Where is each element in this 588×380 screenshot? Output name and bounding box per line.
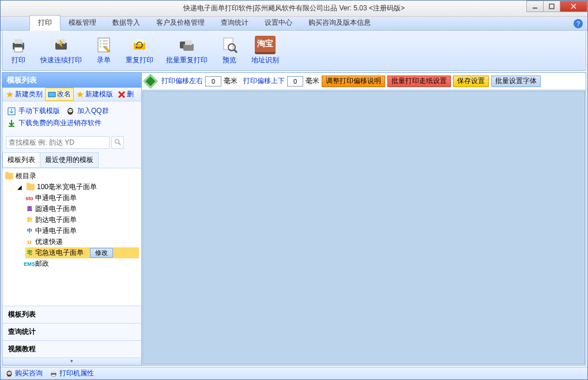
svg-line-24 [234,50,237,52]
tab-query-stats[interactable]: 查询统计 [213,16,257,30]
printer-icon [50,370,58,377]
tree-item[interactable]: sto申通电子面单 [25,193,139,204]
search-input[interactable] [6,136,110,149]
sidebar-toolbar: 新建类别 改名 新建模版 删 [2,88,141,101]
ribbon-batch-reprint[interactable]: 批量重复打印 [164,35,210,66]
help-icon[interactable]: ? [574,19,583,28]
rename-button[interactable]: 改名 [45,88,74,101]
courier-icon: 中 [25,228,33,235]
join-qq-link[interactable]: 加入QQ群 [66,105,109,117]
tab-purchase[interactable]: 购买咨询及版本信息 [300,16,379,30]
tree-item[interactable]: EMS邮政 [25,258,139,269]
tree-item[interactable]: 中中通电子面单 [25,225,139,236]
tab-data-import[interactable]: 数据导入 [104,16,148,30]
collapse-icon: ◢ [15,183,24,191]
tree-item-label: 中通电子面单 [35,226,77,236]
ribbon-fast-print[interactable]: 快速连续打印 [38,35,84,66]
tree-item-label: 申通电子面单 [35,193,77,203]
ribbon-print[interactable]: 打印 [7,35,30,66]
ribbon-entry[interactable]: 录单 [92,35,115,66]
offset-h-label: 打印偏移左右 [161,76,203,86]
offset-h-input[interactable] [205,76,221,86]
preview-canvas[interactable] [142,91,585,364]
printer-batch-icon [178,36,196,54]
nav-query[interactable]: 查询统计 [2,323,141,341]
courier-icon: 韵 [25,217,33,224]
subtab-recent[interactable]: 最近使用的模板 [40,152,99,168]
status-purchase-link[interactable]: 购买咨询 [5,368,43,378]
window-controls [527,1,587,12]
tab-print[interactable]: 打印 [29,15,61,31]
mm-label: 毫米 [306,76,319,86]
tree-item[interactable]: U优速快递 [25,236,139,247]
svg-rect-21 [185,40,192,45]
tab-template-manage[interactable]: 模板管理 [61,16,104,30]
ribbon-label: 录单 [97,55,111,65]
nav-video[interactable]: 视频教程 [2,341,141,358]
courier-icon: 圆 [25,206,33,213]
content-toolbar: 打印偏移左右 毫米 打印偏移上下 毫米 调整打印偏移说明 批量打印走纸设置 保存… [142,73,586,90]
svg-point-37 [115,139,119,143]
svg-marker-27 [77,91,84,97]
tree-item[interactable]: 圆圆通电子面单 [25,204,139,215]
sidebar-nav: 模板列表 查询统计 视频教程 ▾ [2,306,141,365]
svg-line-38 [119,143,120,145]
svg-point-42 [10,372,10,373]
sidebar: 模板列表 新建类别 改名 新建模版 删 手动下载模版 加入QQ群 下载免费的商业… [2,72,142,366]
preview-icon [220,36,239,54]
ribbon-address-recognize[interactable]: 淘宝 地址识别 [249,35,281,66]
download-erp-link[interactable]: 下载免费的商业进销存软件 [7,117,137,129]
tab-customer-price[interactable]: 客户及价格管理 [148,16,213,30]
svg-point-7 [22,44,24,46]
ribbon-label: 批量重复打印 [166,55,208,65]
printer-fast-icon [52,36,70,54]
tree-group[interactable]: ◢100毫米宽电子面单 [15,182,139,193]
tree-item[interactable]: 宅宅急送电子面单修改 [25,247,139,258]
save-settings-button[interactable]: 保存设置 [453,76,489,87]
arrow-down-icon [7,119,16,128]
offset-help-button[interactable]: 调整打印偏移说明 [322,76,385,87]
folder-icon [5,172,14,180]
tab-settings[interactable]: 设置中心 [257,16,300,30]
courier-icon: U [25,239,33,246]
batch-paper-button[interactable]: 批量打印走纸设置 [387,76,451,87]
ribbon-toolbar: 打印 快速连续打印 录单 重复打印 批量重复打印 预览 淘宝 地址识别 [2,31,586,71]
ribbon-reprint[interactable]: 重复打印 [123,35,156,66]
batch-font-button[interactable]: 批量设置字体 [491,76,541,87]
offset-v-label: 打印偏移上下 [243,76,285,86]
svg-rect-26 [48,92,55,97]
svg-rect-18 [135,39,144,44]
delete-button[interactable]: 删 [115,88,136,100]
content-area: 打印偏移左右 毫米 打印偏移上下 毫米 调整打印偏移说明 批量打印走纸设置 保存… [142,72,586,366]
close-button[interactable] [560,1,587,12]
download-icon [7,107,16,116]
tree-item-label: 韵达电子面单 [35,215,77,225]
svg-point-33 [69,110,70,111]
minimize-button[interactable] [526,1,544,12]
svg-rect-6 [14,47,22,52]
new-category-button[interactable]: 新建类别 [3,88,45,100]
qq-icon [5,370,13,378]
search-button[interactable] [111,136,124,149]
new-template-button[interactable]: 新建模版 [74,88,115,100]
main-tabbar: 打印 模板管理 数据导入 客户及价格管理 查询统计 设置中心 购买咨询及版本信息… [1,17,587,31]
courier-icon: sto [25,195,33,202]
nav-templates[interactable]: 模板列表 [2,306,141,323]
maximize-button[interactable] [543,1,560,12]
status-printer-link[interactable]: 打印机属性 [50,368,94,378]
ribbon-preview[interactable]: 预览 [218,35,241,66]
expand-handle[interactable]: ▾ [2,358,141,365]
modify-button[interactable]: 修改 [90,248,113,258]
tree-item[interactable]: 韵韵达电子面单 [25,215,139,225]
tree-item-label: 邮政 [35,259,49,269]
ribbon-label: 地址识别 [251,55,279,65]
svg-marker-25 [6,91,13,97]
download-template-link[interactable]: 手动下载模版 [7,105,60,117]
qq-icon [66,107,75,116]
offset-v-input[interactable] [287,76,303,86]
folder-icon [26,183,35,191]
app-window: 快递电子面单打印软件|苏州飓风软件有限公司出品 Ver: 5.03 <注册码版>… [0,0,588,380]
taobao-icon: 淘宝 [255,36,276,54]
tree-root[interactable]: 根目录 [5,171,139,182]
subtab-templates[interactable]: 模板列表 [2,152,40,168]
